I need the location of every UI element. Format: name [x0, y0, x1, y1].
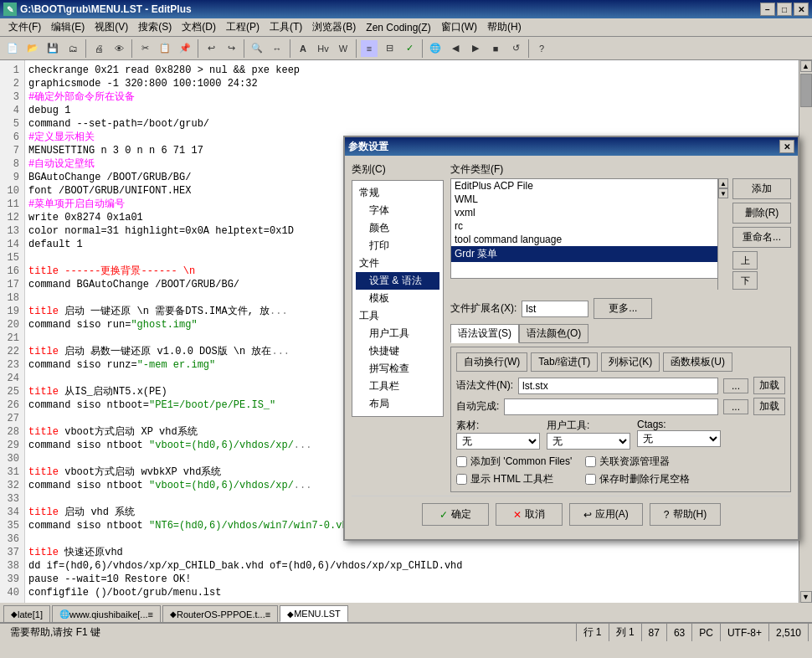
- next-button[interactable]: ▶: [466, 39, 485, 58]
- bold-button[interactable]: A: [294, 39, 312, 58]
- syntax-colors-tab[interactable]: 语法颜色(O): [519, 324, 588, 343]
- print-button[interactable]: 🖨: [90, 39, 108, 58]
- refresh-button[interactable]: ↺: [506, 39, 525, 58]
- autowrap-button[interactable]: 自动换行(W): [456, 352, 527, 372]
- minimize-button[interactable]: −: [760, 3, 775, 16]
- up-button[interactable]: 上: [732, 251, 758, 270]
- prev-button[interactable]: ◀: [446, 39, 465, 58]
- file-type-2[interactable]: WML: [451, 193, 728, 206]
- syntax-file-input[interactable]: [518, 378, 718, 394]
- new-button[interactable]: 📄: [3, 39, 22, 58]
- autocomplete-browse-button[interactable]: ...: [723, 399, 748, 414]
- cat-template[interactable]: 模板: [356, 290, 439, 307]
- file-ext-input[interactable]: [522, 301, 588, 317]
- ruler-button[interactable]: ⊟: [380, 39, 398, 58]
- tools-select[interactable]: 无: [456, 433, 540, 450]
- tab-routeros[interactable]: ◆ RouterOS-PPPOE.t...≡: [162, 605, 278, 622]
- rename-button[interactable]: 重命名...: [732, 227, 791, 248]
- func-template-button[interactable]: 函数模板(U): [663, 352, 732, 372]
- user-tools-select[interactable]: 无: [547, 433, 630, 450]
- wordwrap-button[interactable]: ≡: [360, 39, 378, 58]
- file-types-list[interactable]: EditPlus ACP File WML vxml rc tool comma…: [450, 178, 729, 279]
- redo-button[interactable]: ↪: [222, 39, 240, 58]
- check-button[interactable]: ✓: [400, 39, 419, 58]
- tab-late[interactable]: ◆ late[1]: [3, 605, 50, 622]
- maximize-button[interactable]: □: [777, 3, 792, 16]
- font-w-button[interactable]: W: [334, 39, 352, 58]
- cat-layout[interactable]: 布局: [356, 395, 439, 413]
- find-button[interactable]: 🔍: [248, 39, 266, 58]
- scroll-track[interactable]: [800, 72, 812, 591]
- close-button[interactable]: ✕: [794, 3, 809, 16]
- save-button[interactable]: 💾: [44, 39, 62, 58]
- tab-menu[interactable]: ◆ MENU.LST: [280, 605, 348, 622]
- autocomplete-input[interactable]: [504, 398, 718, 415]
- menu-project[interactable]: 工程(P): [221, 18, 265, 36]
- column-button[interactable]: 列标记(K): [601, 352, 660, 372]
- browser-button[interactable]: 🌐: [426, 39, 445, 58]
- down-button[interactable]: 下: [732, 271, 758, 290]
- cat-print[interactable]: 打印: [356, 237, 439, 254]
- add-button[interactable]: 添加: [732, 178, 791, 199]
- menu-edit[interactable]: 编辑(E): [46, 18, 90, 36]
- cat-tools[interactable]: 工具: [356, 307, 439, 325]
- trailing-check[interactable]: [585, 474, 596, 485]
- open-button[interactable]: 📂: [23, 39, 42, 58]
- file-type-6[interactable]: Grdr 菜单: [451, 246, 728, 262]
- tab-qiushi[interactable]: 🌐 www.qiushibaike[...≡: [52, 605, 161, 622]
- scroll-up-button[interactable]: ▲: [800, 60, 812, 72]
- menu-document[interactable]: 文档(D): [177, 18, 221, 36]
- scroll-down-button[interactable]: ▼: [800, 591, 812, 603]
- menu-file[interactable]: 文件(F): [3, 18, 46, 36]
- cat-shortcuts[interactable]: 快捷键: [356, 342, 439, 360]
- ctags-select[interactable]: 无: [637, 430, 721, 447]
- tab-indent-button[interactable]: Tab/缩进(T): [531, 352, 598, 372]
- dialog-close-button[interactable]: ✕: [779, 140, 794, 153]
- menu-tools[interactable]: 工具(T): [265, 18, 307, 36]
- stop-button[interactable]: ■: [486, 39, 505, 58]
- syntax-settings-tab[interactable]: 语法设置(S): [450, 324, 519, 343]
- help-dialog-button[interactable]: ? 帮助(H): [650, 503, 721, 526]
- menu-browser[interactable]: 浏览器(B): [307, 18, 361, 36]
- cat-normal[interactable]: 常规: [356, 184, 439, 202]
- remove-button[interactable]: 删除(R): [732, 203, 791, 224]
- list-scroll-down[interactable]: ▼: [718, 188, 728, 198]
- menu-search[interactable]: 搜索(S): [133, 18, 177, 36]
- cat-spellcheck[interactable]: 拼写检查: [356, 360, 439, 378]
- more-button[interactable]: 更多...: [594, 298, 652, 319]
- help-button[interactable]: ?: [532, 39, 551, 58]
- scroll-thumb[interactable]: [800, 74, 812, 107]
- menu-zencoding[interactable]: Zen Coding(Z): [361, 20, 435, 35]
- vertical-scrollbar[interactable]: ▲ ▼: [799, 60, 812, 603]
- cut-button[interactable]: ✂: [136, 39, 154, 58]
- file-type-3[interactable]: vxml: [451, 206, 728, 219]
- common-files-check[interactable]: [456, 456, 467, 467]
- file-type-1[interactable]: EditPlus ACP File: [451, 179, 728, 193]
- apply-button[interactable]: ↩ 应用(A): [569, 503, 643, 526]
- save-all-button[interactable]: 🗂: [64, 39, 82, 58]
- list-scroll-up[interactable]: ▲: [718, 178, 728, 188]
- cat-toolbar[interactable]: 工具栏: [356, 378, 439, 395]
- menu-help[interactable]: 帮助(H): [482, 18, 527, 36]
- list-scrollbar[interactable]: ▲ ▼: [717, 178, 729, 290]
- menu-window[interactable]: 窗口(W): [436, 18, 482, 36]
- cat-file[interactable]: 文件: [356, 254, 439, 272]
- cat-syntax[interactable]: 设置 & 语法: [356, 272, 439, 290]
- cat-font[interactable]: 字体: [356, 202, 439, 219]
- copy-button[interactable]: 📋: [156, 39, 174, 58]
- cancel-button[interactable]: ✕ 取消: [496, 503, 563, 526]
- syntax-browse-button[interactable]: ...: [723, 378, 748, 393]
- paste-button[interactable]: 📌: [176, 39, 194, 58]
- assoc-check[interactable]: [585, 456, 596, 467]
- cat-user-tools[interactable]: 用户工具: [356, 325, 439, 342]
- print-preview-button[interactable]: 👁: [110, 39, 128, 58]
- undo-button[interactable]: ↩: [202, 39, 220, 58]
- autocomplete-load-button[interactable]: 加载: [753, 398, 785, 415]
- ok-button[interactable]: ✓ 确定: [422, 503, 489, 526]
- replace-button[interactable]: ↔: [268, 39, 286, 58]
- html-toolbar-check[interactable]: [456, 474, 467, 485]
- file-type-5[interactable]: tool command language: [451, 233, 728, 246]
- font-size-button[interactable]: Hv: [314, 39, 332, 58]
- file-type-4[interactable]: rc: [451, 219, 728, 233]
- syntax-load-button[interactable]: 加载: [753, 377, 785, 394]
